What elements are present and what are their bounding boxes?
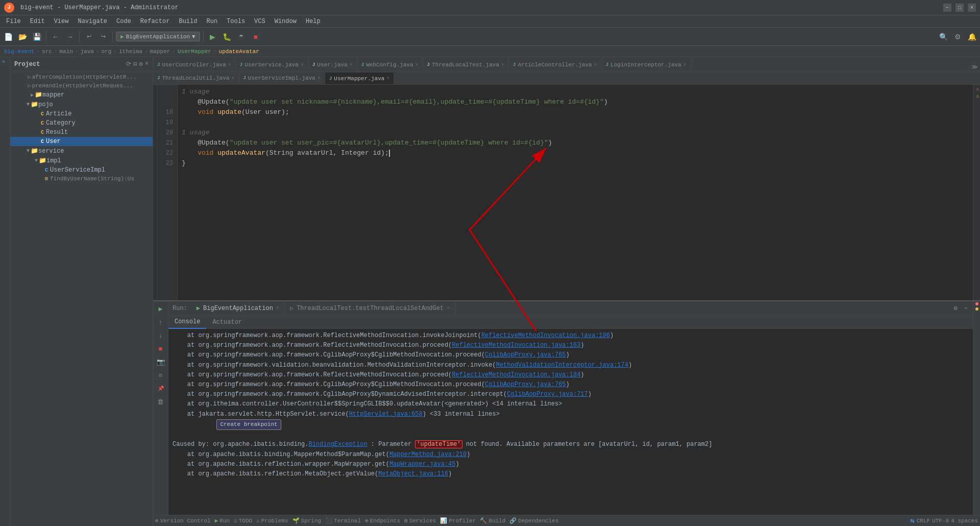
breadcrumb-part-4[interactable]: org [101,49,111,55]
tab-webconfig[interactable]: J WebConfig.java × [357,59,423,71]
breadcrumb-part-5[interactable]: itheima [119,49,142,55]
link-binding-exception[interactable]: BindingException [308,441,367,448]
tab-close-webconfig[interactable]: × [415,62,419,68]
bt-endpoints[interactable]: ⊕ Endpoints [365,517,400,524]
project-tool-window-tab[interactable]: ≡ [0,57,10,66]
sidebar-close-icon[interactable]: × [145,60,149,68]
tab-userserviceimpl[interactable]: J UserServiceImpl.java × [239,72,325,84]
maximize-button[interactable]: □ [955,4,964,12]
forward-button[interactable]: → [64,31,76,43]
run-tab-close-threadlocaltest[interactable]: × [447,305,450,311]
delete-button[interactable]: 🗑 [155,396,166,408]
tree-item-user[interactable]: C User [10,137,153,146]
bt-terminal[interactable]: ⬛ Terminal [325,517,361,524]
run-up-button[interactable]: ↑ [155,317,166,328]
stop-button[interactable]: ■ [250,31,262,43]
search-everywhere-button[interactable]: 🔍 [937,31,949,43]
tab-userservice[interactable]: J UserService.java × [236,59,308,71]
bt-version-control[interactable]: ⊕ Version Control [155,517,211,524]
menu-help[interactable]: Help [302,17,325,26]
link-6[interactable]: CglibAopProxy.java:765 [485,381,566,388]
tree-item-service[interactable]: ▼ 📁 service [10,146,153,156]
layout-button[interactable]: ⊡ [155,370,166,381]
run-stop-button[interactable]: ■ [155,343,166,354]
bt-spring[interactable]: 🌱 Spring [292,517,322,524]
encoding-status[interactable]: UTF-8 [932,518,949,524]
tab-overflow-icon[interactable]: ≫ [971,63,978,71]
menu-tools[interactable]: Tools [223,17,249,26]
tab-logininterceptor[interactable]: J LoginInterceptor.java × [602,59,691,71]
close-button[interactable]: × [968,4,976,12]
breadcrumb-part-0[interactable]: big-event [4,49,34,55]
tab-close-threadlocalutil[interactable]: × [231,76,234,81]
tab-close-articlecontroller[interactable]: × [594,62,597,68]
tree-item-aftercompletion[interactable]: ▷ afterCompletion(HttpServletR... [10,73,153,81]
tab-threadlocaltest[interactable]: J ThreadLocalTest.java × [423,59,509,71]
breadcrumb-part-3[interactable]: java [80,49,93,55]
breadcrumb-part-7[interactable]: UserMapper [178,49,211,55]
run-minimize-button[interactable]: − [961,303,971,314]
debug-button[interactable]: 🐛 [221,31,233,43]
menu-file[interactable]: File [2,17,25,26]
open-button[interactable]: 📂 [16,31,29,43]
menu-run[interactable]: Run [202,17,222,26]
notifications-button[interactable]: 🔔 [966,31,978,43]
run-tab-close-bigevent[interactable]: × [276,305,279,311]
tree-item-article[interactable]: C Article [10,109,153,118]
link-2[interactable]: ReflectiveMethodInvocation.java:163 [452,342,580,349]
sidebar-collapse-icon[interactable]: ⊟ [133,60,137,68]
back-button[interactable]: ← [50,31,62,43]
minimize-button[interactable]: − [943,4,951,12]
bt-todo[interactable]: ☑ TODO [234,517,252,524]
tree-item-result[interactable]: C Result [10,128,153,137]
redo-button[interactable]: ↪ [97,31,109,43]
breadcrumb-part-1[interactable]: src [42,49,52,55]
run-tab-threadlocaltest[interactable]: ▷ ThreadLocalTest.testThreadLocalSetAndG… [285,301,455,316]
tree-item-category[interactable]: C Category [10,118,153,128]
tab-close-usermapper[interactable]: × [386,76,389,81]
save-button[interactable]: 💾 [31,31,43,43]
tab-user[interactable]: J User.java × [308,59,357,71]
tab-close-usercontroller[interactable]: × [228,62,231,68]
link-12[interactable]: MapWrapper.java:45 [389,461,456,468]
tab-usermapper[interactable]: J UserMapper.java × [325,72,394,84]
link-11[interactable]: MapperMethod.java:210 [389,451,467,458]
menu-view[interactable]: View [50,17,73,26]
menu-code[interactable]: Code [112,17,135,26]
run-restart-button[interactable]: ▶ [155,303,166,315]
pin-button[interactable]: 📌 [155,383,166,394]
menu-build[interactable]: Build [175,17,201,26]
menu-edit[interactable]: Edit [26,17,49,26]
crlf-status[interactable]: CRLF [917,518,930,524]
tab-close-threadlocaltest[interactable]: × [501,62,504,68]
link-5[interactable]: ReflectiveMethodInvocation.java:184 [452,371,580,378]
tree-item-userserviceimpl[interactable]: C UserServiceImpl [10,165,153,175]
breadcrumb-part-8[interactable]: updateAvatar [219,49,259,55]
tree-item-mapper[interactable]: ▶ 📁 mapper [10,90,153,100]
tab-close-userserviceimpl[interactable]: × [317,76,321,81]
console-output[interactable]: at org.springframework.aop.framework.Ref… [168,329,973,515]
bt-dependencies[interactable]: 🔗 Dependencies [509,517,558,524]
tab-articlecontroller[interactable]: J ArticleController.java × [509,59,602,71]
link-9[interactable]: HttpServlet.java:658 [349,411,423,418]
link-4[interactable]: MethodValidationInterceptor.java:174 [496,362,628,369]
breadcrumb-part-2[interactable]: main [59,49,72,55]
create-breakpoint-tooltip[interactable]: Create breakpoint [216,419,281,431]
tree-item-impl[interactable]: ▼ 📁 impl [10,156,153,165]
run-with-coverage-button[interactable]: ☂ [235,31,248,43]
menu-refactor[interactable]: Refactor [136,17,174,26]
tab-threadlocalutil[interactable]: J ThreadLocalUtil.java × [153,72,239,84]
tree-item-pojo[interactable]: ▼ 📁 pojo [10,100,153,109]
run-settings-button[interactable]: ⚙ [950,303,961,314]
screenshot-button[interactable]: 📷 [155,356,166,368]
link-13[interactable]: MetaObject.java:116 [378,470,448,477]
breadcrumb-part-6[interactable]: mapper [150,49,170,55]
indent-status[interactable]: 4 spaces [951,518,978,524]
console-tab-console[interactable]: Console [168,316,206,329]
tab-close-logininterceptor[interactable]: × [683,62,687,68]
tree-item-findbyusername[interactable]: m findByUserName(String):Us [10,175,153,183]
menu-navigate[interactable]: Navigate [74,17,111,26]
bt-build[interactable]: 🔨 Build [480,517,505,524]
tree-item-prehandle[interactable]: ▷ preHandle(HttpServletReques... [10,81,153,90]
menu-vcs[interactable]: VCS [250,17,270,26]
